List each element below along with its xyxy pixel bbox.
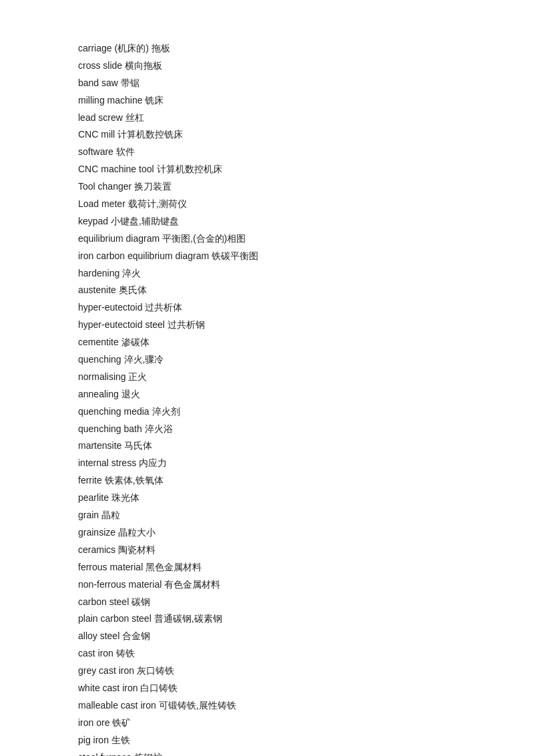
vocab-english: normalising (78, 371, 128, 382)
vocab-chinese: 奥氏体 (119, 285, 147, 295)
list-item: pig iron 生铁 (78, 732, 456, 749)
vocab-chinese: 白口铸铁 (140, 683, 178, 693)
list-item: quenching media 淬火剂 (78, 403, 456, 421)
vocab-chinese: 生铁 (111, 735, 130, 745)
vocab-chinese: 铁素体,铁氧体 (105, 475, 164, 486)
list-item: iron carbon equilibrium diagram 铁碳平衡图 (78, 248, 456, 265)
vocab-chinese: 计算机数控铣床 (117, 129, 183, 140)
vocab-english: iron ore (78, 717, 112, 728)
list-item: austenite 奥氏体 (78, 282, 456, 299)
vocab-english: cementite (78, 337, 121, 347)
vocab-chinese: 渗碳体 (121, 337, 150, 347)
vocab-english: Tool changer (78, 181, 134, 192)
vocab-english: equilibrium diagram (78, 233, 162, 244)
vocab-english: lead screw (78, 112, 125, 123)
vocab-chinese: 铁矿 (112, 717, 131, 728)
list-item: CNC mill 计算机数控铣床 (78, 126, 456, 144)
vocab-chinese: 过共析钢 (168, 319, 205, 330)
list-item: non-ferrous material 有色金属材料 (78, 576, 456, 594)
vocab-english: hyper-eutectoid (78, 302, 145, 313)
list-item: internal stress 内应力 (78, 455, 456, 472)
list-item: cross slide 横向拖板 (78, 57, 456, 75)
vocab-chinese: 正火 (128, 371, 147, 382)
vocab-chinese: 退火 (121, 389, 140, 399)
vocab-english: keypad (78, 216, 111, 226)
list-item: software 软件 (78, 144, 456, 161)
list-item: martensite 马氏体 (78, 437, 456, 455)
vocab-english: carriage (机床的) (78, 43, 152, 53)
vocab-chinese: 平衡图,(合金的)相图 (162, 233, 246, 244)
list-item: hyper-eutectoid 过共析体 (78, 299, 456, 317)
vocab-english: grainsize (78, 527, 118, 538)
vocab-chinese: 淬火 (122, 268, 141, 278)
vocab-english: ferrous material (78, 562, 146, 572)
vocab-english: martensite (78, 440, 124, 451)
list-item: ferrous material 黑色金属材料 (78, 559, 456, 576)
vocab-chinese: 铸铁 (116, 648, 135, 658)
vocab-chinese: 马氏体 (124, 440, 152, 451)
list-item: plain carbon steel 普通碳钢,碳素钢 (78, 610, 456, 628)
vocab-chinese: 晶粒大小 (118, 527, 156, 538)
vocab-english: white cast iron (78, 683, 140, 693)
list-item: ceramics 陶瓷材料 (78, 542, 456, 559)
vocab-english: ferrite (78, 475, 105, 486)
vocab-english: software (78, 146, 116, 157)
vocab-chinese: 拖板 (152, 43, 170, 53)
vocab-chinese: 计算机数控机床 (157, 164, 222, 174)
list-item: cementite 渗碳体 (78, 334, 456, 351)
list-item: hardening 淬火 (78, 265, 456, 282)
list-item: pearlite 珠光体 (78, 490, 456, 507)
vocab-chinese: 炼钢炉 (134, 752, 162, 756)
vocab-english: quenching (78, 354, 124, 365)
vocab-chinese: 黑色金属材料 (146, 562, 202, 572)
vocab-chinese: 有色金属材料 (164, 579, 220, 590)
list-item: annealing 退火 (78, 386, 456, 403)
list-item: Load meter 载荷计,测荷仪 (78, 196, 456, 213)
vocab-english: pig iron (78, 735, 111, 745)
list-item: hyper-eutectoid steel 过共析钢 (78, 317, 456, 334)
vocab-english: quenching media (78, 406, 152, 417)
vocab-chinese: 晶粒 (101, 510, 120, 520)
vocab-english: milling machine (78, 95, 145, 106)
list-item: carbon steel 碳钢 (78, 594, 456, 611)
vocab-english: non-ferrous material (78, 579, 164, 590)
list-item: quenching bath 淬火浴 (78, 421, 456, 438)
vocab-english: austenite (78, 285, 119, 295)
vocab-chinese: 载荷计,测荷仪 (128, 198, 187, 209)
vocab-chinese: 淬火浴 (145, 423, 173, 434)
vocab-chinese: 丝杠 (125, 112, 144, 123)
list-item: CNC machine tool 计算机数控机床 (78, 161, 456, 178)
vocab-chinese: 铁碳平衡图 (212, 250, 258, 261)
list-item: band saw 带锯 (78, 75, 456, 92)
vocab-english: ceramics (78, 544, 118, 555)
vocab-english: hyper-eutectoid steel (78, 319, 168, 330)
vocab-chinese: 横向拖板 (125, 60, 162, 71)
vocab-chinese: 灰口铸铁 (137, 665, 174, 676)
vocab-english: CNC machine tool (78, 164, 157, 174)
list-item: lead screw 丝杠 (78, 110, 456, 127)
vocab-chinese: 铣床 (145, 95, 164, 106)
list-item: ferrite 铁素体,铁氧体 (78, 472, 456, 490)
vocab-chinese: 带锯 (121, 77, 140, 88)
list-item: grainsize 晶粒大小 (78, 524, 456, 542)
list-item: milling machine 铣床 (78, 92, 456, 110)
vocab-english: CNC mill (78, 129, 117, 140)
vocab-english: annealing (78, 389, 121, 399)
vocab-english: cast iron (78, 648, 116, 658)
list-item: alloy steel 合金钢 (78, 628, 456, 645)
vocab-english: internal stress (78, 457, 139, 468)
list-item: quenching 淬火,骤冷 (78, 351, 456, 369)
vocab-english: band saw (78, 77, 121, 88)
vocab-english: alloy steel (78, 630, 122, 641)
vocab-english: Load meter (78, 198, 128, 209)
vocab-chinese: 合金钢 (122, 630, 150, 641)
list-item: cast iron 铸铁 (78, 645, 456, 663)
vocab-chinese: 换刀装置 (134, 181, 172, 192)
list-item: malleable cast iron 可锻铸铁,展性铸铁 (78, 697, 456, 715)
vocab-english: grain (78, 510, 101, 520)
list-item: carriage (机床的) 拖板 (78, 40, 456, 57)
vocabulary-list: carriage (机床的) 拖板cross slide 横向拖板band sa… (78, 40, 456, 756)
list-item: steel furnace 炼钢炉 (78, 749, 456, 756)
vocab-chinese: 淬火剂 (152, 406, 180, 417)
vocab-chinese: 小键盘,辅助键盘 (111, 216, 179, 226)
